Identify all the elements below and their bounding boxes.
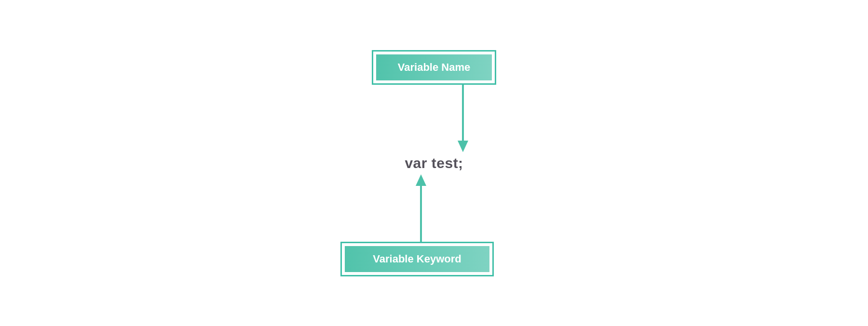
- svg-marker-1: [458, 141, 468, 152]
- arrow-down-wrap: [357, 85, 511, 152]
- variable-name-box: Variable Name: [372, 50, 496, 85]
- arrow-up-icon: [414, 174, 428, 242]
- arrow-down-icon: [456, 85, 470, 152]
- code-expression: var test;: [405, 155, 463, 171]
- variable-keyword-label: Variable Keyword: [345, 246, 489, 272]
- variable-keyword-box: Variable Keyword: [340, 242, 494, 276]
- arrow-up-wrap: [357, 174, 511, 242]
- svg-marker-3: [416, 174, 426, 186]
- variable-declaration-diagram: Variable Name var test; Variable Keyword: [357, 50, 511, 276]
- variable-name-label: Variable Name: [376, 54, 492, 80]
